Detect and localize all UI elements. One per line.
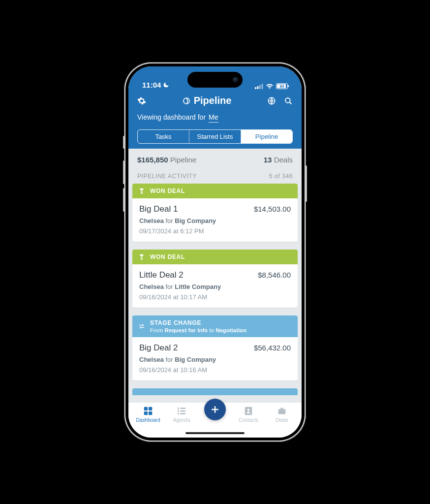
trophy-icon: [138, 253, 145, 260]
segment-control: Tasks Starred Lists Pipeline: [137, 129, 293, 144]
side-button: [306, 165, 307, 202]
moon-icon: [163, 82, 169, 88]
deal-company: Big Company: [175, 217, 216, 224]
deal-name: Little Deal 2: [139, 270, 184, 280]
deal-card-partial: [132, 388, 298, 395]
deal-timestamp: 09/16/2024 at 10:17 AM: [139, 293, 291, 301]
plus-icon: [210, 405, 220, 414]
svg-rect-2: [259, 85, 261, 89]
svg-rect-8: [149, 407, 152, 410]
deal-name: Big Deal 1: [139, 204, 178, 214]
deals-count: 13: [264, 156, 272, 164]
svg-rect-16: [180, 413, 185, 414]
svg-rect-7: [144, 407, 148, 410]
deal-amount: $56,432.00: [254, 344, 291, 352]
side-button: [123, 136, 124, 149]
gear-icon[interactable]: [137, 96, 146, 105]
nav-bar: Pipeline Viewing dashboard for Me Tasks …: [128, 91, 302, 149]
deal-timestamp: 09/16/2024 at 10:16 AM: [139, 366, 291, 374]
svg-rect-14: [180, 410, 185, 412]
svg-rect-10: [149, 411, 152, 415]
cellular-icon: [255, 84, 263, 89]
svg-point-13: [178, 410, 180, 412]
deal-user: Chelsea: [139, 283, 164, 290]
tab-starred-lists[interactable]: Starred Lists: [189, 130, 241, 143]
deal-company: Big Company: [175, 356, 216, 363]
dashboard-filter[interactable]: Viewing dashboard for Me: [137, 113, 293, 123]
svg-point-11: [178, 408, 180, 410]
swap-icon: [138, 323, 145, 330]
tab-label: Deals: [276, 417, 288, 423]
trophy-icon: [138, 188, 145, 194]
content-area[interactable]: $165,850 Pipeline 13 Deals PIPELINE ACTI…: [128, 149, 302, 402]
tab-label: Dashboard: [136, 417, 160, 423]
agenda-icon: [176, 406, 187, 416]
tab-pipeline[interactable]: Pipeline: [241, 130, 292, 143]
svg-rect-0: [255, 87, 256, 89]
tab-deals[interactable]: Deals: [265, 406, 299, 423]
tab-dashboard[interactable]: Dashboard: [131, 406, 165, 423]
card-badge-won: WON DEAL: [132, 184, 298, 198]
svg-rect-18: [280, 408, 283, 410]
pipeline-summary: $165,850 Pipeline 13 Deals: [128, 149, 302, 171]
deal-card[interactable]: WON DEAL Big Deal 1 $14,503.00 Chelsea f…: [132, 184, 298, 242]
card-badge-won: WON DEAL: [132, 250, 298, 264]
home-indicator[interactable]: [185, 432, 245, 434]
status-time: 11:04: [142, 81, 161, 89]
svg-point-15: [178, 413, 180, 415]
section-title: PIPELINE ACTIVITY: [137, 173, 197, 180]
deal-card[interactable]: WON DEAL Little Deal 2 $8,546.00 Chelsea…: [132, 250, 298, 308]
svg-rect-1: [257, 86, 259, 89]
app-title: Pipeline: [194, 95, 232, 106]
deals-count-label: Deals: [274, 156, 293, 164]
svg-rect-9: [144, 411, 148, 415]
wifi-icon: [266, 83, 274, 89]
battery-level: 89: [276, 84, 287, 89]
side-button: [123, 160, 124, 184]
side-button: [123, 188, 124, 212]
svg-rect-3: [262, 84, 263, 89]
tab-label: Agenda: [173, 417, 190, 423]
deal-timestamp: 09/17/2024 at 6:12 PM: [139, 227, 291, 235]
phone-frame: 11:04 89 Pipeli: [124, 62, 306, 442]
deal-user: Chelsea: [139, 356, 164, 363]
tab-agenda[interactable]: Agenda: [165, 406, 198, 423]
pipeline-total: $165,850: [137, 156, 168, 164]
badge-label: WON DEAL: [150, 188, 185, 194]
section-count: 5 of 346: [269, 173, 293, 180]
deal-name: Big Deal 2: [139, 343, 178, 353]
svg-rect-17: [278, 409, 286, 414]
globe-icon[interactable]: [267, 96, 276, 105]
search-icon[interactable]: [284, 96, 293, 105]
dynamic-island: [187, 72, 243, 88]
svg-point-4: [184, 98, 189, 104]
deal-company: Little Company: [175, 283, 221, 290]
stage-change-detail: From Request for Info to Negotiation: [150, 327, 246, 333]
deal-user: Chelsea: [139, 217, 164, 224]
tab-bar: Dashboard Agenda . Contacts Deals: [128, 402, 302, 438]
app-logo-icon: [182, 96, 191, 105]
deal-card[interactable]: STAGE CHANGE From Request for Info to Ne…: [132, 315, 298, 380]
tab-contacts[interactable]: Contacts: [232, 406, 265, 423]
badge-label: WON DEAL: [150, 253, 185, 260]
deal-amount: $14,503.00: [254, 205, 291, 213]
svg-rect-12: [180, 408, 185, 409]
viewing-value: Me: [209, 113, 218, 123]
pipeline-total-label: Pipeline: [170, 156, 196, 164]
contacts-icon: [243, 406, 254, 416]
deals-icon: [276, 406, 287, 416]
battery-icon: 89: [276, 83, 288, 89]
card-badge-stage-change: STAGE CHANGE From Request for Info to Ne…: [132, 315, 298, 337]
add-button[interactable]: [204, 399, 226, 420]
viewing-label: Viewing dashboard for: [137, 113, 206, 121]
section-header: PIPELINE ACTIVITY 5 of 346: [128, 171, 302, 184]
dashboard-icon: [143, 406, 154, 416]
deal-amount: $8,546.00: [258, 271, 291, 279]
tab-label: Contacts: [239, 417, 258, 423]
badge-label: STAGE CHANGE: [150, 319, 201, 326]
tab-tasks[interactable]: Tasks: [138, 130, 189, 143]
